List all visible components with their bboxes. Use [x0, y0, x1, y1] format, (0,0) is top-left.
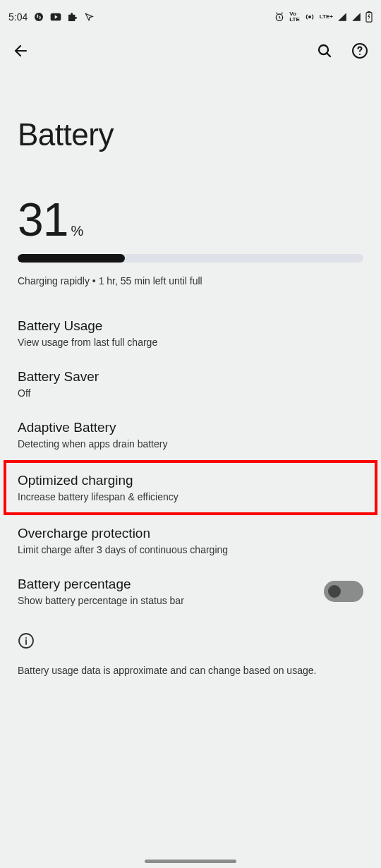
- settings-list: Battery Usage View usage from last full …: [18, 308, 363, 676]
- battery-percentage-item[interactable]: Battery percentage Show battery percenta…: [18, 566, 363, 617]
- status-right: VoLTE LTE+: [274, 11, 373, 23]
- signal-2-icon: [351, 12, 361, 22]
- item-title: Overcharge protection: [18, 526, 363, 541]
- item-title: Adaptive Battery: [18, 420, 363, 435]
- alarm-icon: [274, 11, 285, 23]
- back-icon[interactable]: [13, 42, 30, 59]
- charging-status-text: Charging rapidly • 1 hr, 55 min left unt…: [18, 275, 363, 287]
- status-time: 5:04: [8, 11, 28, 23]
- item-title: Battery percentage: [18, 577, 184, 592]
- battery-progress-fill: [18, 254, 125, 263]
- battery-charging-icon: [365, 11, 373, 23]
- search-icon[interactable]: [316, 42, 333, 59]
- item-title: Battery Usage: [18, 318, 363, 334]
- switch-knob: [328, 585, 341, 598]
- page-title: Battery: [18, 117, 363, 152]
- hotspot-icon: [304, 11, 315, 23]
- shazam-icon: [33, 11, 44, 23]
- info-icon: [18, 632, 363, 652]
- action-bar: [0, 34, 381, 68]
- battery-progress-track: [18, 254, 363, 263]
- item-subtitle: Detecting when apps drain battery: [18, 438, 363, 450]
- item-subtitle: Off: [18, 387, 363, 399]
- item-subtitle: Limit charge after 3 days of continuous …: [18, 544, 363, 555]
- cursor-icon: [84, 12, 94, 22]
- status-left: 5:04: [8, 11, 94, 23]
- volte-indicator: VoLTE: [289, 11, 300, 23]
- youtube-icon: [50, 12, 61, 22]
- svg-rect-5: [368, 11, 370, 13]
- svg-point-8: [359, 54, 361, 55]
- svg-point-0: [35, 13, 43, 21]
- optimized-charging-item[interactable]: Optimized charging Increase battery life…: [4, 460, 377, 515]
- footer-note: Battery usage data is approximate and ca…: [18, 665, 363, 676]
- lte-plus-indicator: LTE+: [320, 14, 333, 20]
- gesture-nav-handle[interactable]: [145, 860, 236, 863]
- battery-percent-value: 31: [18, 196, 68, 243]
- content: Battery 31 % Charging rapidly • 1 hr, 55…: [0, 117, 381, 676]
- battery-summary: 31 % Charging rapidly • 1 hr, 55 min lef…: [18, 196, 363, 287]
- battery-value-row: 31 %: [18, 196, 363, 243]
- battery-percentage-toggle[interactable]: [324, 581, 363, 602]
- battery-usage-item[interactable]: Battery Usage View usage from last full …: [18, 308, 363, 358]
- battery-percent-unit: %: [71, 223, 83, 239]
- battery-saver-item[interactable]: Battery Saver Off: [18, 358, 363, 409]
- item-subtitle: Show battery percentage in status bar: [18, 595, 184, 606]
- item-title: Optimized charging: [18, 473, 363, 488]
- adaptive-battery-item[interactable]: Adaptive Battery Detecting when apps dra…: [18, 409, 363, 460]
- svg-point-10: [25, 637, 27, 639]
- item-title: Battery Saver: [18, 369, 363, 385]
- item-subtitle: View usage from last full charge: [18, 337, 363, 348]
- status-bar: 5:04 VoLTE LTE+: [0, 0, 381, 34]
- item-subtitle: Increase battery lifespan & efficiency: [18, 491, 363, 502]
- puzzle-icon: [67, 11, 78, 23]
- signal-1-icon: [337, 12, 347, 22]
- overcharge-protection-item[interactable]: Overcharge protection Limit charge after…: [18, 515, 363, 566]
- help-icon[interactable]: [351, 42, 368, 59]
- svg-point-3: [308, 16, 310, 18]
